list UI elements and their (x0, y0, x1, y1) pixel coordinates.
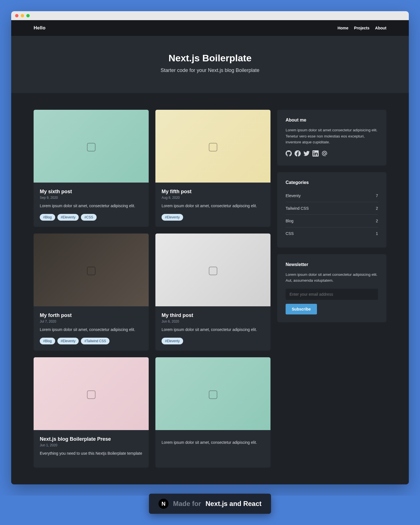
social-links (286, 150, 378, 158)
close-icon[interactable] (15, 14, 18, 17)
post-thumbnail[interactable]: ▢ (155, 357, 270, 430)
post-thumbnail[interactable]: ▢ (155, 110, 270, 183)
nav-projects[interactable]: Projects (354, 26, 369, 30)
post-excerpt: Lorem ipsum dolor sit amet, consectetur … (162, 440, 264, 445)
post-excerpt: Lorem ipsum dolor sit amet, consectetur … (40, 327, 143, 333)
post-title: My sixth post (40, 189, 143, 195)
post-excerpt: Lorem ipsum dolor sit amet, consectetur … (162, 203, 264, 209)
category-name: Tailwind CSS (286, 206, 309, 211)
category-count: 1 (376, 231, 378, 236)
post-card[interactable]: ▢ My fifth post Aug 8, 2020 Lorem ipsum … (155, 110, 270, 227)
categories-widget: Categories Eleventy7Tailwind CSS2Blog2CS… (277, 172, 386, 248)
category-count: 7 (376, 193, 378, 198)
category-count: 2 (376, 206, 378, 211)
post-thumbnail[interactable]: ▢ (34, 357, 149, 430)
about-title: About me (286, 118, 378, 123)
categories-title: Categories (286, 180, 378, 185)
sidebar: About me Lorem ipsum dolor sit amet cons… (277, 110, 386, 468)
post-date: Jun 1, 2020 (40, 443, 143, 447)
subscribe-button[interactable]: Subscribe (286, 304, 317, 314)
category-row[interactable]: Tailwind CSS2 (286, 202, 378, 215)
post-card[interactable]: ▢ My third post Jun 6, 2020 Lorem ipsum … (155, 234, 270, 351)
post-thumbnail[interactable]: ▢ (34, 110, 149, 183)
email-icon[interactable] (321, 150, 328, 158)
post-excerpt: Lorem ipsum dolor sit amet, consectetur … (162, 327, 264, 333)
post-date: Jul 7, 2020 (40, 319, 143, 323)
maximize-icon[interactable] (26, 14, 30, 17)
newsletter-title: Newsletter (286, 262, 378, 267)
nav-links: Home Projects About (337, 26, 386, 30)
post-tag[interactable]: #Tailwind CSS (81, 338, 109, 344)
post-title: My forth post (40, 312, 143, 318)
post-card[interactable]: ▢ Next.js blog Boilerplate Prese Jun 1, … (34, 357, 149, 468)
post-date: Sep 9, 2020 (40, 196, 143, 200)
post-thumbnail[interactable]: ▢ (34, 234, 149, 306)
about-widget: About me Lorem ipsum dolor sit amet cons… (277, 110, 386, 165)
post-excerpt: Lorem ipsum dolor sit amet, consectetur … (40, 203, 143, 209)
post-title: My fifth post (162, 189, 264, 195)
tech-badge[interactable]: N Made for Next.js and React (149, 494, 271, 496)
category-count: 2 (376, 219, 378, 223)
post-card[interactable]: ▢ My forth post Jul 7, 2020 Lorem ipsum … (34, 234, 149, 351)
post-excerpt: Everything you need to use this Nextjs B… (40, 451, 143, 456)
post-tag[interactable]: #CSS (81, 214, 96, 221)
post-tag[interactable]: #Eleventy (162, 214, 183, 221)
post-tags: #Blog#Eleventy#Tailwind CSS (40, 338, 143, 344)
facebook-icon[interactable] (295, 150, 301, 158)
nav-home[interactable]: Home (337, 26, 348, 30)
category-row[interactable]: CSS1 (286, 227, 378, 240)
category-row[interactable]: Eleventy7 (286, 190, 378, 202)
post-tag[interactable]: #Eleventy (57, 214, 79, 221)
post-card[interactable]: ▢ Lorem ipsum dolor sit amet, consectetu… (155, 357, 270, 468)
hero: Next.js Boilerplate Starter code for you… (11, 36, 409, 93)
post-title: Next.js blog Boilerplate Prese (40, 436, 143, 442)
hero-subtitle: Starter code for your Next.js blog Boile… (17, 67, 403, 73)
post-tags: #Eleventy (162, 214, 264, 221)
twitter-icon[interactable] (304, 150, 310, 158)
post-tags: #Eleventy (162, 338, 264, 344)
nav-about[interactable]: About (375, 26, 386, 30)
linkedin-icon[interactable] (312, 150, 319, 158)
post-thumbnail[interactable]: ▢ (155, 234, 270, 306)
email-input[interactable] (286, 289, 378, 300)
brand[interactable]: Hello (34, 25, 46, 31)
post-tags: #Blog#Eleventy#CSS (40, 214, 143, 221)
window-titlebar (11, 11, 409, 20)
newsletter-widget: Newsletter Lorem ipsum dolor sit amet co… (277, 254, 386, 322)
minimize-icon[interactable] (21, 14, 24, 17)
category-row[interactable]: Blog2 (286, 215, 378, 227)
category-name: Blog (286, 219, 293, 223)
post-tag[interactable]: #Blog (40, 214, 55, 221)
posts-grid: ▢ My sixth post Sep 9, 2020 Lorem ipsum … (34, 110, 270, 468)
post-title: My third post (162, 312, 264, 318)
post-tag[interactable]: #Eleventy (57, 338, 79, 344)
category-name: CSS (286, 231, 294, 236)
about-text: Lorem ipsum dolor sit amet consectetur a… (286, 127, 378, 145)
post-date: Aug 8, 2020 (162, 196, 264, 200)
navbar: Hello Home Projects About (11, 20, 409, 36)
category-name: Eleventy (286, 193, 301, 198)
post-date: Jun 6, 2020 (162, 319, 264, 323)
newsletter-text: Lorem ipsum dolor sit amet consectetur a… (286, 272, 378, 284)
categories-list: Eleventy7Tailwind CSS2Blog2CSS1 (286, 190, 378, 240)
hero-title: Next.js Boilerplate (17, 53, 403, 64)
post-tag[interactable]: #Eleventy (162, 338, 183, 344)
post-card[interactable]: ▢ My sixth post Sep 9, 2020 Lorem ipsum … (34, 110, 149, 227)
github-icon[interactable] (286, 150, 292, 158)
post-tag[interactable]: #Blog (40, 338, 55, 344)
